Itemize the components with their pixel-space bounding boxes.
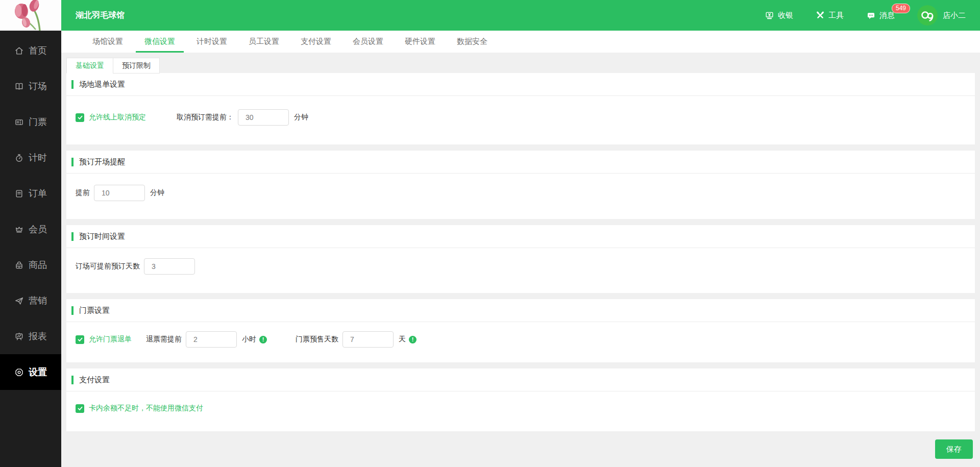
logo-image xyxy=(0,0,61,31)
section-header: 预订开场提醒 xyxy=(66,151,975,174)
sidebar-item-ticket[interactable]: 门票 xyxy=(0,104,61,140)
checkbox-label: 允许门票退单 xyxy=(89,335,132,344)
section-body: 订场可提前预订天数 xyxy=(66,248,975,293)
tab-member-settings[interactable]: 会员设置 xyxy=(342,31,394,53)
cancel-advance-input[interactable] xyxy=(238,109,289,126)
marketing-icon xyxy=(14,296,24,306)
advance-days-input[interactable] xyxy=(144,258,195,275)
section-accent-bar xyxy=(71,306,74,315)
order-icon xyxy=(14,189,24,199)
subtab-basic-settings[interactable]: 基础设置 xyxy=(66,58,113,73)
section-header: 场地退单设置 xyxy=(66,73,975,96)
sub-tabbar: 基础设置 预订限制 xyxy=(66,58,975,73)
allow-online-cancel-checkbox[interactable]: 允许线上取消预定 xyxy=(76,113,146,122)
tab-label: 硬件设置 xyxy=(405,37,435,46)
content-area: 基础设置 预订限制 场地退单设置 允许线上取消预定 取消预订需提前： 分钟 预订… xyxy=(61,53,980,467)
tab-venue-settings[interactable]: 场馆设置 xyxy=(82,31,134,53)
cashier-button[interactable]: 收银 xyxy=(765,11,793,20)
checkbox-checked-icon xyxy=(76,113,84,122)
messages-badge: 549 xyxy=(892,4,910,13)
tab-data-security[interactable]: 数据安全 xyxy=(446,31,498,53)
tab-label: 计时设置 xyxy=(197,37,227,46)
subtab-booking-limits[interactable]: 预订限制 xyxy=(113,58,160,73)
sidebar-item-settings[interactable]: 设置 xyxy=(0,354,61,390)
cashier-icon xyxy=(765,11,774,20)
section-title: 支付设置 xyxy=(79,375,110,385)
user-menu[interactable]: 店小二 xyxy=(917,5,966,26)
report-icon xyxy=(14,332,24,341)
save-row: 保存 xyxy=(66,439,975,459)
settings-tabbar: 场馆设置 微信设置 计时设置 员工设置 支付设置 会员设置 硬件设置 数据安全 xyxy=(61,31,980,53)
member-icon xyxy=(14,225,24,234)
sidebar-item-report[interactable]: 报表 xyxy=(0,318,61,354)
message-icon xyxy=(866,11,876,20)
field-label: 订场可提前预订天数 xyxy=(76,262,140,271)
section-accent-bar xyxy=(71,80,74,89)
tab-wechat-settings[interactable]: 微信设置 xyxy=(134,31,186,53)
sidebar-item-court[interactable]: 订场 xyxy=(0,68,61,104)
info-icon[interactable] xyxy=(259,336,267,343)
tools-icon xyxy=(816,11,825,20)
field-label: 门票预售天数 xyxy=(296,335,338,344)
sidebar-item-label: 商品 xyxy=(29,259,47,271)
ticket-icon xyxy=(14,117,24,127)
field-label: 取消预订需提前： xyxy=(177,113,234,122)
presale-days-input[interactable] xyxy=(342,331,394,348)
tab-timing-settings[interactable]: 计时设置 xyxy=(186,31,238,53)
presale-days-field: 门票预售天数 天 xyxy=(296,331,416,348)
insufficient-balance-checkbox[interactable]: 卡内余额不足时，不能使用微信支付 xyxy=(76,404,203,413)
section-body: 提前 分钟 xyxy=(66,174,975,219)
avatar-cloud-logo-icon xyxy=(917,5,938,26)
sidebar-item-label: 订单 xyxy=(29,187,47,200)
tab-payment-settings[interactable]: 支付设置 xyxy=(290,31,342,53)
checkbox-checked-icon xyxy=(76,404,84,413)
info-icon[interactable] xyxy=(409,336,416,343)
remind-advance-input[interactable] xyxy=(94,185,145,201)
sidebar-item-member[interactable]: 会员 xyxy=(0,211,61,247)
section-title: 场地退单设置 xyxy=(79,80,125,89)
section-ticket-settings: 门票设置 允许门票退单 退票需提前 小时 门票预售天数 天 xyxy=(66,299,975,362)
messages-button[interactable]: 消息 549 xyxy=(866,11,895,20)
allow-ticket-refund-checkbox[interactable]: 允许门票退单 xyxy=(76,335,132,344)
section-court-refund: 场地退单设置 允许线上取消预定 取消预订需提前： 分钟 xyxy=(66,73,975,144)
checkbox-label: 允许线上取消预定 xyxy=(89,113,146,122)
section-accent-bar xyxy=(71,376,74,384)
field-unit: 分钟 xyxy=(150,188,164,198)
section-payment-settings: 支付设置 卡内余额不足时，不能使用微信支付 xyxy=(66,368,975,431)
advance-days-field: 订场可提前预订天数 xyxy=(76,258,195,275)
checkbox-checked-icon xyxy=(76,335,84,344)
section-body: 允许门票退单 退票需提前 小时 门票预售天数 天 xyxy=(66,322,975,362)
section-header: 支付设置 xyxy=(66,368,975,391)
sidebar-item-label: 计时 xyxy=(29,152,47,164)
field-unit: 分钟 xyxy=(294,113,308,122)
venue-title: 湖北羽毛球馆 xyxy=(76,10,125,21)
sidebar: 首页 订场 门票 计时 订单 会员 商品 营销 xyxy=(0,0,61,467)
tab-staff-settings[interactable]: 员工设置 xyxy=(238,31,290,53)
sidebar-item-label: 门票 xyxy=(29,116,47,128)
section-header: 预订时间设置 xyxy=(66,225,975,248)
save-button[interactable]: 保存 xyxy=(935,439,973,459)
section-opening-reminder: 预订开场提醒 提前 分钟 xyxy=(66,151,975,219)
sidebar-item-label: 报表 xyxy=(29,330,47,342)
sidebar-item-label: 会员 xyxy=(29,223,47,235)
section-accent-bar xyxy=(71,158,74,166)
sidebar-item-order[interactable]: 订单 xyxy=(0,176,61,211)
section-title: 预订开场提醒 xyxy=(79,157,125,167)
sidebar-item-marketing[interactable]: 营销 xyxy=(0,283,61,318)
refund-advance-input[interactable] xyxy=(186,331,237,348)
tools-button[interactable]: 工具 xyxy=(816,11,844,20)
sidebar-item-home[interactable]: 首页 xyxy=(0,33,61,68)
avatar xyxy=(917,5,938,26)
sidebar-item-timer[interactable]: 计时 xyxy=(0,140,61,176)
remind-advance-field: 提前 分钟 xyxy=(76,185,164,201)
sidebar-nav: 首页 订场 门票 计时 订单 会员 商品 营销 xyxy=(0,31,61,390)
settings-icon xyxy=(14,367,24,377)
tab-label: 会员设置 xyxy=(353,37,383,46)
tab-label: 支付设置 xyxy=(301,37,331,46)
subtab-label: 预订限制 xyxy=(122,61,151,69)
sidebar-item-goods[interactable]: 商品 xyxy=(0,247,61,283)
tab-hardware-settings[interactable]: 硬件设置 xyxy=(394,31,446,53)
sidebar-item-label: 营销 xyxy=(29,294,47,307)
tab-label: 场馆设置 xyxy=(92,37,123,46)
tab-label: 微信设置 xyxy=(144,37,175,46)
